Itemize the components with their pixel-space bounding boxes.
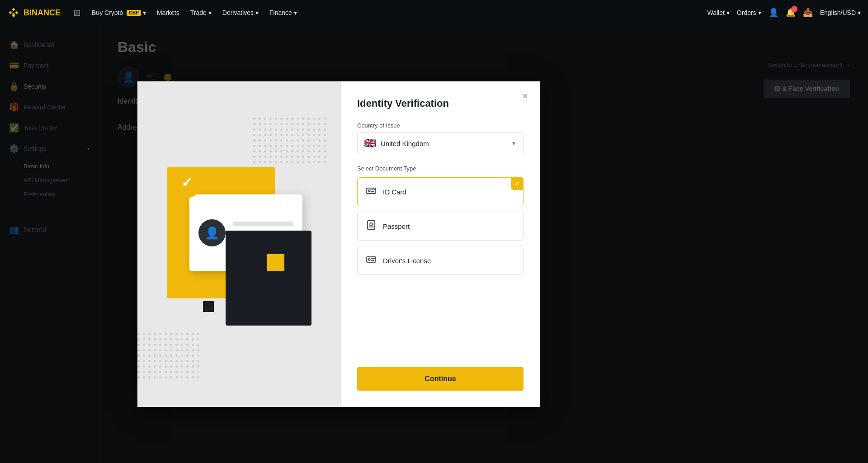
country-chevron-icon: ▼ [511, 140, 517, 147]
ill-checkmark: ✓ [171, 167, 202, 198]
country-flag: 🇬🇧 [364, 137, 376, 149]
country-name: United Kingdom [381, 140, 506, 147]
svg-point-6 [368, 190, 370, 192]
buy-crypto-chevron: ▾ [143, 9, 146, 16]
nav-markets[interactable]: Markets [157, 9, 179, 16]
drivers-license-icon [366, 254, 377, 267]
svg-rect-5 [367, 188, 376, 194]
doc-option-drivers-license[interactable]: Driver's License [357, 246, 524, 275]
id-card-label: ID Card [383, 188, 406, 196]
nav-finance[interactable]: Finance▾ [269, 9, 297, 16]
doc-option-id-card[interactable]: ID Card ✓ [357, 177, 524, 206]
dots-pattern-top: document.currentScript.insertAdjacentHTM… [253, 118, 327, 165]
document-type-label: Select Document Type [357, 165, 524, 172]
apps-grid-icon[interactable]: ⊞ [73, 7, 81, 18]
ill-person-icon: 👤 [198, 219, 226, 246]
ill-line-1 [233, 222, 293, 226]
download-icon[interactable]: 📥 [803, 8, 813, 18]
passport-icon [366, 220, 377, 233]
modal-close-button[interactable]: × [519, 90, 532, 102]
country-label: Country of Issue [357, 122, 524, 129]
svg-point-10 [370, 223, 373, 226]
nav-right-section: Wallet▾ Orders▾ 👤 🔔 1 📥 English/USD▾ [707, 8, 861, 18]
dots-pattern-bottom: document.currentScript.insertAdjacentHTM… [137, 333, 201, 380]
locale-selector[interactable]: English/USD▾ [820, 9, 861, 16]
ill-dark-block [226, 231, 311, 326]
notification-badge: 1 [791, 6, 797, 12]
nav-buy-crypto[interactable]: Buy Crypto GBP ▾ [92, 9, 146, 16]
doc-option-passport[interactable]: Passport [357, 212, 524, 241]
ill-square-yellow [267, 254, 284, 271]
gbp-badge: GBP [127, 10, 141, 16]
top-navigation: BINANCE ⊞ Buy Crypto GBP ▾ Markets Trade… [0, 0, 868, 25]
country-selector[interactable]: 🇬🇧 United Kingdom ▼ [357, 132, 524, 154]
nav-wallet[interactable]: Wallet▾ [707, 9, 729, 16]
modal-container: document.currentScript.insertAdjacentHTM… [137, 81, 540, 407]
continue-button[interactable]: Continue [357, 367, 524, 391]
illustration-container: 👤 ✓ [167, 158, 311, 330]
svg-rect-12 [367, 257, 376, 262]
modal-spacer [357, 280, 524, 358]
ill-square-dark [203, 301, 214, 312]
binance-logo[interactable]: BINANCE [7, 6, 61, 19]
logo-text: BINANCE [24, 8, 61, 18]
svg-marker-1 [9, 11, 12, 14]
svg-marker-2 [15, 11, 19, 14]
modal-illustration: document.currentScript.insertAdjacentHTM… [137, 81, 341, 407]
svg-point-13 [368, 259, 370, 260]
modal-content: × Identity Verification Country of Issue… [341, 81, 540, 407]
nav-trade[interactable]: Trade▾ [190, 9, 212, 16]
drivers-license-label: Driver's License [383, 257, 431, 265]
passport-label: Passport [383, 222, 410, 230]
nav-orders[interactable]: Orders▾ [737, 9, 761, 16]
notification-icon[interactable]: 🔔 1 [786, 8, 796, 18]
account-icon[interactable]: 👤 [769, 8, 778, 18]
svg-marker-0 [12, 8, 15, 11]
nav-derivatives[interactable]: Derivatives▾ [222, 9, 259, 16]
modal-title: Identity Verification [357, 98, 524, 109]
id-card-checkmark: ✓ [511, 177, 524, 190]
binance-logo-icon [7, 6, 20, 19]
id-card-icon [366, 185, 377, 198]
